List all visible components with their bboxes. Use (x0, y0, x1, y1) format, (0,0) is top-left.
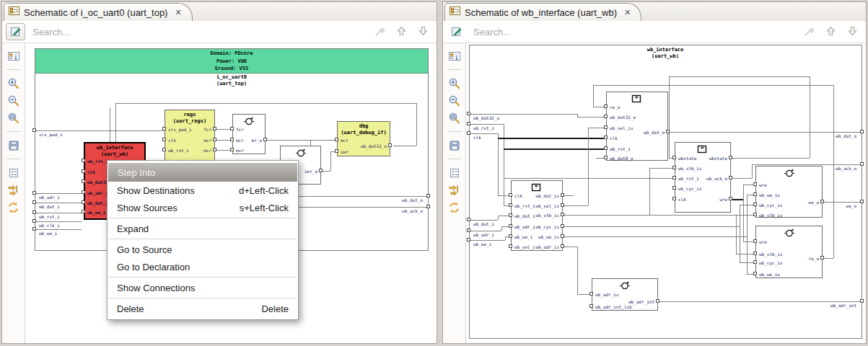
find-previous-icon[interactable] (825, 25, 837, 37)
wire (577, 294, 589, 295)
wire (588, 128, 604, 128)
schematic-tab-icon (9, 6, 19, 19)
port-pin (729, 176, 732, 179)
wire (35, 130, 163, 131)
display-options-icon[interactable] (447, 166, 463, 179)
port-wb_dat_is: wb_dat_is (516, 193, 559, 198)
zoom-out-icon[interactable] (447, 94, 463, 107)
menu-item-go-to-source[interactable]: Go to Source (108, 241, 298, 258)
port-pin (753, 252, 757, 255)
wire (824, 258, 833, 259)
wire (498, 216, 509, 216)
save-icon[interactable] (6, 138, 22, 152)
port-pin (82, 190, 85, 194)
input-pin-label: wb_adr_i (473, 232, 494, 237)
input-pin-wb_adr_i (32, 191, 36, 195)
logic-symbol-icon (783, 168, 796, 181)
zoom-in-icon[interactable] (447, 76, 463, 90)
menu-item-show-destinations[interactable]: Show Destinationsd+Left-Click (108, 182, 298, 199)
search-filter-button[interactable] (6, 23, 25, 40)
port-wb_rst_i: wb_rst_i (610, 146, 631, 151)
port-wb_sel_is: wb_sel_is (516, 203, 559, 208)
menu-item-label: Go to Declaration (117, 262, 190, 272)
wire (588, 128, 589, 205)
port-we_o: we_o (776, 200, 819, 205)
find-next-icon[interactable] (417, 25, 429, 37)
swap-views-icon[interactable] (447, 200, 463, 214)
wire (330, 151, 331, 171)
port-pin (753, 213, 757, 216)
schematic-properties-icon[interactable]: i (6, 49, 22, 63)
search-input[interactable] (472, 24, 775, 40)
zoom-fit-icon[interactable] (447, 111, 463, 125)
toolbar-separator (6, 69, 21, 70)
port-pin (672, 176, 676, 179)
wire (747, 195, 748, 274)
port-pin (604, 156, 608, 159)
port-pin (162, 138, 166, 141)
port-pin (82, 179, 85, 183)
wire (564, 226, 740, 227)
schematic-properties-icon[interactable]: i (447, 49, 463, 63)
port-wb_adr_int: wb_adr_int (611, 299, 654, 304)
menu-separator (109, 298, 297, 298)
find-next-icon[interactable] (846, 25, 859, 37)
port-mr_o: mr_o (219, 138, 262, 143)
tab-schematic-uart-wb[interactable]: Schematic of wb_interface (uart_wb) ✕ (444, 3, 641, 21)
port-fcr: fcr (168, 127, 211, 132)
zoom-out-icon[interactable] (6, 94, 22, 107)
port-pin (753, 182, 757, 186)
port-wb_stb_is: wb_stb_is (516, 213, 559, 218)
find-previous-icon[interactable] (395, 25, 408, 37)
tab-close-icon[interactable]: ✕ (175, 8, 181, 17)
zoom-in-icon[interactable] (6, 76, 22, 90)
wire (577, 247, 578, 294)
wire (596, 158, 604, 159)
wire (752, 164, 860, 165)
wire (215, 150, 230, 151)
menu-item-show-connections[interactable]: Show Connections (108, 279, 298, 296)
menu-item-expand[interactable]: Expand (108, 220, 298, 237)
menu-item-label: Show Sources (117, 203, 177, 213)
search-actions (374, 25, 429, 37)
save-icon[interactable] (447, 138, 463, 152)
power-domain-banner: Domain: PDcorePower: VDDGround: VSS (35, 49, 428, 74)
search-filter-button[interactable] (447, 23, 466, 40)
logic-symbol-icon (783, 228, 796, 241)
wire (736, 215, 737, 254)
swap-views-icon[interactable] (6, 200, 22, 214)
search-input[interactable] (31, 24, 346, 40)
output-pin-wb_adr_int (860, 299, 864, 303)
menu-item-go-to-declaration[interactable]: Go to Declaration (108, 258, 298, 275)
port-pin (672, 197, 676, 200)
wire (470, 220, 498, 221)
port-wb_adr_is: wb_adr_is (516, 244, 559, 249)
port-pin (604, 136, 608, 139)
clear-highlights-icon[interactable] (803, 25, 815, 37)
port-pin (672, 156, 676, 159)
menu-item-delete[interactable]: DeleteDelete (108, 300, 298, 317)
toolbar-separator (447, 159, 462, 159)
tab-bar: Schematic of i_oc_uart0 (uart_top) ✕ (2, 2, 437, 22)
port-pin (509, 213, 512, 217)
port-wb_dat32_o: wb_dat32_o (343, 143, 387, 148)
display-options-icon[interactable] (6, 166, 22, 179)
wire (593, 85, 594, 107)
trace-through-icon[interactable] (6, 183, 22, 197)
tab-close-icon[interactable]: ✕ (624, 8, 631, 17)
menu-item-show-sources[interactable]: Show Sourcess+Left-Click (108, 199, 298, 216)
wire (659, 301, 860, 302)
search-bar (443, 21, 866, 43)
tab-schematic-uart-top[interactable]: Schematic of i_oc_uart0 (uart_top) ✕ (4, 3, 193, 21)
port-wb_we_is: wb_we_is (759, 192, 780, 198)
port-pin (820, 256, 824, 260)
trace-through-icon[interactable] (447, 183, 463, 197)
wire (215, 129, 230, 130)
port-clk: clk (610, 136, 618, 141)
port-pin (753, 203, 757, 206)
input-pin-wb_dat_i (32, 200, 36, 204)
clear-highlights-icon[interactable] (374, 25, 386, 37)
port-wb_rst_i: wb_rst_i (87, 159, 108, 164)
zoom-fit-icon[interactable] (6, 111, 22, 125)
menu-item-step-into[interactable]: Step Into (108, 163, 297, 182)
